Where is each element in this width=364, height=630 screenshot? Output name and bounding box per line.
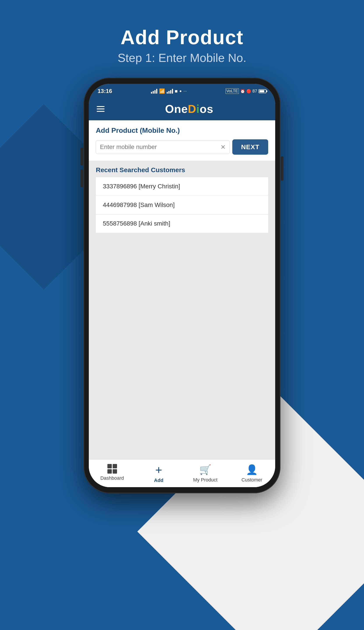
bluetooth-icon: 🔴 bbox=[246, 89, 251, 94]
phone-wrapper: 13:16 📶 ■ ● bbox=[84, 78, 280, 493]
wifi-icon: 📶 bbox=[159, 88, 165, 94]
logo-text: OneDios bbox=[165, 102, 214, 115]
logo-d-letter: D bbox=[188, 102, 196, 115]
input-row: ✕ NEXT bbox=[96, 139, 268, 155]
add-product-form-title: Add Product (Mobile No.) bbox=[96, 126, 268, 134]
content-empty bbox=[89, 233, 275, 460]
app-content: Add Product (Mobile No.) ✕ NEXT Recent S… bbox=[89, 120, 275, 487]
recent-section: Recent Searched Customers 3337896896 [Me… bbox=[89, 161, 275, 233]
nav-label-my-product: My Product bbox=[193, 477, 218, 483]
next-button[interactable]: NEXT bbox=[232, 139, 268, 155]
nav-item-dashboard[interactable]: Dashboard bbox=[89, 460, 136, 487]
logo-os: os bbox=[200, 102, 214, 115]
customer-icon: 👤 bbox=[246, 464, 258, 475]
nav-label-add: Add bbox=[154, 478, 164, 483]
alarm-icon: ⏰ bbox=[240, 89, 245, 94]
hamburger-menu-icon[interactable] bbox=[97, 106, 104, 112]
signal-bars bbox=[151, 89, 157, 94]
logo-i-letter: i bbox=[196, 102, 200, 115]
customer-list: 3337896896 [Merry Christin] 4446987998 [… bbox=[96, 177, 268, 233]
bottom-nav: Dashboard + Add 🛒 My Product 👤 Customer bbox=[89, 460, 275, 487]
battery-level: 87 bbox=[252, 88, 257, 94]
dots-icon: ··· bbox=[184, 89, 187, 94]
signal-bars-2 bbox=[167, 89, 173, 94]
my-product-icon: 🛒 bbox=[199, 464, 211, 475]
nav-item-my-product[interactable]: 🛒 My Product bbox=[182, 460, 228, 487]
app-logo: OneDios bbox=[111, 102, 267, 116]
page-header: Add Product Step 1: Enter Mobile No. bbox=[118, 26, 246, 64]
page-title: Add Product bbox=[118, 26, 246, 49]
nav-label-dashboard: Dashboard bbox=[100, 475, 124, 481]
list-item[interactable]: 4446987998 [Sam Wilson] bbox=[96, 196, 268, 214]
list-item[interactable]: 5558756898 [Anki smith] bbox=[96, 214, 268, 233]
clear-input-icon[interactable]: ✕ bbox=[220, 144, 226, 151]
power-button bbox=[281, 156, 284, 180]
volte-icon: VoLTE bbox=[226, 88, 239, 94]
nav-item-add[interactable]: + Add bbox=[136, 460, 182, 487]
nav-label-customer: Customer bbox=[242, 477, 262, 483]
status-bar: 13:16 📶 ■ ● bbox=[89, 84, 275, 98]
app-navbar: OneDios bbox=[89, 98, 275, 120]
logo-one: One bbox=[165, 102, 188, 115]
status-icons: 📶 ■ ● ··· bbox=[151, 88, 187, 94]
add-icon: + bbox=[155, 464, 162, 476]
mobile-number-input[interactable] bbox=[100, 144, 220, 150]
volume-down-button bbox=[80, 170, 83, 187]
wifi-icon-2: ■ bbox=[175, 88, 178, 94]
whatsapp-icon: ● bbox=[180, 89, 182, 94]
status-time: 13:16 bbox=[98, 88, 112, 94]
dashboard-icon bbox=[108, 464, 117, 474]
phone-shell: 13:16 📶 ■ ● bbox=[84, 78, 280, 493]
add-product-section: Add Product (Mobile No.) ✕ NEXT bbox=[89, 120, 275, 161]
page-subtitle: Step 1: Enter Mobile No. bbox=[118, 51, 246, 64]
status-right: VoLTE ⏰ 🔴 87 bbox=[226, 88, 266, 94]
battery-icon bbox=[258, 89, 266, 93]
list-item[interactable]: 3337896896 [Merry Christin] bbox=[96, 177, 268, 196]
recent-customers-title: Recent Searched Customers bbox=[96, 166, 268, 174]
nav-item-customer[interactable]: 👤 Customer bbox=[228, 460, 275, 487]
phone-screen: 13:16 📶 ■ ● bbox=[89, 84, 275, 487]
volume-up-button bbox=[80, 148, 83, 165]
mobile-input-wrapper[interactable]: ✕ bbox=[96, 140, 230, 154]
